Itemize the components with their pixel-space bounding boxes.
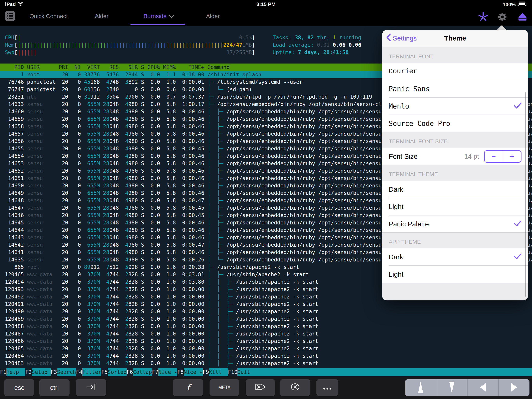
fkey-bar-fill: [250, 368, 532, 376]
popover-footer: [382, 283, 528, 300]
fkey-f8-label[interactable]: Nice +: [184, 368, 203, 376]
option-label: Panic Sans: [389, 85, 430, 93]
arrow-up-icon: [418, 382, 423, 394]
tab-alder-1[interactable]: Alder: [95, 13, 108, 19]
gear-icon: [497, 12, 508, 23]
process-row: 120490 www-data 20 0 370M 4744 2828 S 0.…: [0, 308, 532, 315]
chevron-down-icon: [169, 13, 174, 19]
option-label: Menlo: [389, 102, 409, 110]
fkey-f6-label[interactable]: Collap: [133, 368, 152, 376]
font-size-decrease-button[interactable]: −: [485, 151, 503, 162]
process-row: 120491 www-data 20 0 370M 4744 2828 S 0.…: [0, 300, 532, 308]
fkey-f1[interactable]: F1: [0, 368, 6, 376]
fkey-f1-label[interactable]: Help: [6, 368, 25, 376]
fkey-f5-label[interactable]: Sorted: [108, 368, 127, 376]
tab-alder-2[interactable]: Alder: [206, 13, 220, 19]
eject-icon: [518, 13, 527, 22]
section-header: TERMINAL FONT: [382, 47, 528, 63]
option-label: Panic Palette: [389, 220, 429, 228]
fkey-f4[interactable]: F4: [76, 368, 82, 376]
option-menlo[interactable]: Menlo: [382, 98, 528, 115]
clear-key[interactable]: [280, 379, 310, 396]
meta-key[interactable]: META: [209, 379, 239, 396]
popover-header: Theme Settings: [382, 30, 528, 47]
option-source-code-pro[interactable]: Source Code Pro: [382, 115, 528, 132]
keyboard-accessory-bar: esc ctrl f META: [0, 376, 532, 399]
function-f-key[interactable]: f: [173, 379, 203, 396]
fkey-f10-label[interactable]: Quit: [237, 368, 250, 376]
section-header: APP THEME: [382, 232, 528, 248]
checkmark-icon: [514, 102, 521, 110]
device-label: iPad: [5, 1, 16, 7]
fkey-f5[interactable]: F5: [101, 368, 108, 376]
ctrl-key[interactable]: ctrl: [39, 379, 70, 396]
snippets-asterisk-icon: [478, 12, 488, 23]
fkey-f4-label[interactable]: Filter: [82, 368, 101, 376]
fkey-f10[interactable]: F10: [228, 368, 238, 376]
option-panic-palette[interactable]: Panic Palette: [382, 215, 528, 232]
connection-list-icon: [5, 11, 15, 22]
option-label: Source Code Pro: [389, 120, 450, 127]
ios-status-bar: iPad 3:15 PM 100%: [0, 0, 532, 8]
option-courier[interactable]: Courier: [382, 63, 528, 80]
fkey-f2[interactable]: F2: [25, 368, 32, 376]
fkey-f9[interactable]: F9: [203, 368, 209, 376]
fkey-f9-label[interactable]: Kill: [209, 368, 228, 376]
arrow-left-key[interactable]: [468, 379, 499, 396]
tab-burnside[interactable]: Burnside: [144, 13, 174, 19]
option-light[interactable]: Light: [382, 266, 528, 283]
battery-icon: [518, 1, 528, 8]
arrow-right-icon: [511, 383, 517, 392]
settings-gear-button[interactable]: [495, 11, 509, 24]
popover-body: TERMINAL FONTCourierPanic SansMenloSourc…: [382, 47, 528, 283]
snippets-button[interactable]: [476, 11, 490, 24]
wifi-icon: [17, 1, 24, 7]
delete-forward-key[interactable]: [246, 379, 275, 396]
arrow-key-pad: [405, 379, 529, 396]
arrow-right-key[interactable]: [499, 379, 529, 396]
connection-list-button[interactable]: [3, 10, 17, 23]
font-size-label: Font Size: [389, 153, 418, 160]
fkey-f3[interactable]: F3: [51, 368, 57, 376]
font-size-stepper: −+: [484, 150, 521, 163]
option-dark[interactable]: Dark: [382, 181, 528, 198]
fkey-f6[interactable]: F6: [127, 368, 133, 376]
fkey-f2-label[interactable]: Setup: [32, 368, 51, 376]
arrow-down-key[interactable]: [436, 379, 468, 396]
popover-title: Theme: [382, 34, 528, 42]
theme-popover: Theme Settings TERMINAL FONTCourierPanic…: [382, 30, 528, 300]
htop-summary: Tasks: 38, 82 thr; 1 runningLoad average…: [273, 34, 361, 56]
fkey-f8[interactable]: F8: [177, 368, 184, 376]
process-row: 120488 www-data 20 0 370M 4744 2828 S 0.…: [0, 323, 532, 330]
section-header: TERMINAL FONT SIZE: [382, 132, 528, 148]
option-dark[interactable]: Dark: [382, 248, 528, 265]
tab-key[interactable]: [76, 379, 106, 396]
clear-x-icon: [290, 383, 301, 392]
active-tab-underline: [130, 24, 185, 25]
esc-key[interactable]: esc: [4, 379, 34, 396]
option-light[interactable]: Light: [382, 198, 528, 215]
htop-function-bar: F1Help F2Setup F3SearchF4FilterF5SortedF…: [0, 368, 532, 376]
process-row: 120485 www-data 20 0 370M 4744 2828 S 0.…: [0, 345, 532, 352]
font-size-increase-button[interactable]: +: [503, 151, 521, 162]
arrow-down-icon: [449, 382, 455, 394]
arrow-up-key[interactable]: [405, 379, 436, 396]
process-row: 120484 www-data 20 0 370M 4744 2828 S 0.…: [0, 352, 532, 360]
fkey-f3-label[interactable]: Search: [57, 368, 76, 376]
tab-quick-connect[interactable]: Quick Connect: [29, 13, 68, 19]
option-label: Dark: [389, 186, 403, 193]
fkey-f7-label[interactable]: Nice -: [158, 368, 177, 376]
option-label: Courier: [389, 68, 417, 75]
tab-bar: Quick Connect Alder Burnside Alder: [0, 8, 532, 26]
option-label: Dark: [389, 253, 403, 261]
eject-keyboard-button[interactable]: [516, 11, 529, 24]
font-size-row: Font Size14 pt−+: [382, 148, 528, 165]
more-keys-button[interactable]: [317, 379, 338, 396]
popover-scrollbar[interactable]: [525, 92, 526, 296]
process-row: 120489 www-data 20 0 370M 4744 2828 S 0.…: [0, 315, 532, 323]
fkey-f7[interactable]: F7: [152, 368, 158, 376]
section-header: TERMINAL THEME: [382, 165, 528, 181]
arrow-left-icon: [480, 383, 486, 392]
process-row: 120486 www-data 20 0 370M 4744 2828 S 0.…: [0, 337, 532, 345]
option-panic-sans[interactable]: Panic Sans: [382, 80, 528, 97]
